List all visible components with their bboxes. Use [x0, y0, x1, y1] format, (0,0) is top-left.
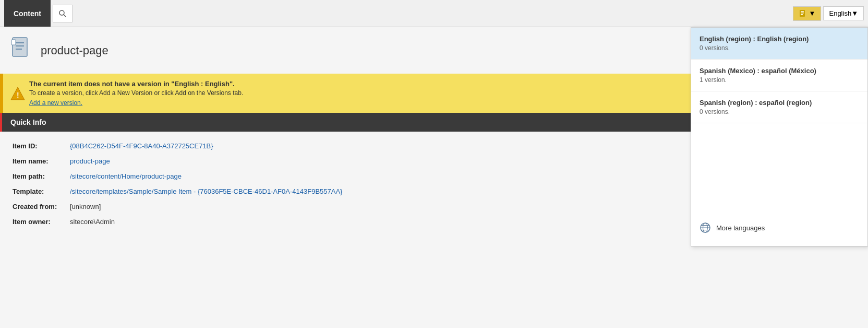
- item-type-icon: [10, 37, 33, 64]
- svg-line-1: [64, 15, 66, 17]
- svg-text:!: !: [17, 91, 19, 99]
- search-icon: [58, 9, 67, 18]
- main-area: product-page ! The current item does not…: [0, 27, 868, 328]
- language-option-title-2: Spanish (region) : español (region): [700, 99, 859, 107]
- language-option-sub-1: 1 version.: [700, 76, 859, 84]
- content-tab[interactable]: Content: [4, 0, 51, 27]
- language-dropdown-button[interactable]: English▼: [823, 6, 864, 20]
- language-option-title-1: Spanish (Mexico) : español (México): [700, 67, 859, 75]
- language-option-sub-0: 0 versions.: [700, 44, 859, 52]
- language-option-1[interactable]: Spanish (Mexico) : español (México)1 ver…: [691, 60, 867, 91]
- language-option-2[interactable]: Spanish (region) : español (region)0 ver…: [691, 91, 867, 123]
- language-option-title-0: English (region) : English (region): [700, 35, 859, 43]
- warning-triangle-icon: !: [10, 86, 25, 101]
- add-version-link[interactable]: Add a new version.: [29, 99, 82, 107]
- icon-dropdown-button[interactable]: ▼: [793, 6, 822, 21]
- svg-point-0: [59, 10, 64, 15]
- language-label: English: [829, 9, 851, 17]
- template-label: Template:: [13, 188, 70, 195]
- language-option-sub-2: 0 versions.: [700, 108, 859, 115]
- item-id-label: Item ID:: [13, 142, 70, 150]
- svg-rect-5: [801, 14, 803, 15]
- language-dropdown-panel: English (region) : English (region)0 ver…: [691, 27, 868, 247]
- item-name-label: Item name:: [13, 157, 70, 165]
- svg-rect-4: [801, 13, 804, 14]
- language-option-0[interactable]: English (region) : English (region)0 ver…: [691, 28, 867, 60]
- item-owner-label: Item owner:: [13, 218, 70, 226]
- item-title: product-page: [41, 44, 108, 57]
- page-icon: [799, 9, 807, 18]
- toolbar-right: ▼ English▼: [793, 6, 864, 21]
- lang-dropdown-arrow: ▼: [851, 9, 858, 17]
- svg-rect-3: [801, 11, 804, 12]
- search-button[interactable]: [53, 5, 73, 22]
- more-languages-label: More languages: [716, 224, 765, 232]
- toolbar: Content ▼ English▼: [0, 0, 868, 27]
- language-options-list: English (region) : English (region)0 ver…: [691, 28, 867, 123]
- icon-dropdown-arrow: ▼: [809, 9, 816, 17]
- item-path-label: Item path:: [13, 172, 70, 180]
- created-from-label: Created from:: [13, 203, 70, 210]
- svg-rect-11: [11, 40, 16, 45]
- globe-icon: [700, 222, 711, 233]
- more-languages-button[interactable]: More languages: [691, 215, 867, 241]
